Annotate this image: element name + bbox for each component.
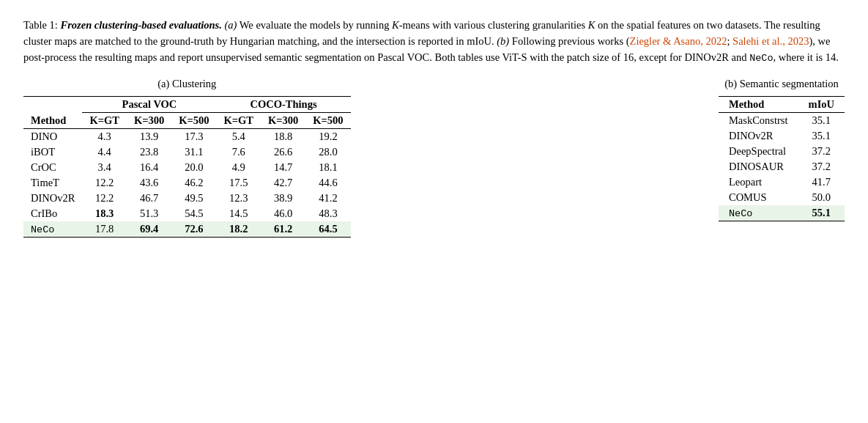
semseg-table-row: Leopart41.7 — [719, 174, 845, 190]
value-cell: 17.8 — [82, 221, 127, 238]
clustering-table-row: CrIBo18.351.354.514.546.048.3 — [23, 206, 351, 221]
ref1-link[interactable]: Ziegler & Asano, 2022 — [630, 35, 727, 47]
semseg-method-cell: COMUS — [719, 190, 798, 205]
value-cell: 18.8 — [261, 128, 305, 144]
value-cell: 18.1 — [305, 160, 350, 175]
col-header-row: Method K=GT K=300 K=500 K=GT K=300 K=500 — [23, 112, 351, 128]
value-cell: 4.9 — [217, 160, 261, 175]
semseg-table-row: COMUS50.0 — [719, 190, 845, 205]
ref2-link[interactable]: Salehi et al., 2023 — [732, 35, 809, 47]
clustering-table-row: iBOT4.423.831.17.626.628.0 — [23, 144, 351, 160]
semseg-table: Method mIoU MaskConstrst35.1DINOv2R35.1D… — [719, 96, 845, 221]
method-empty-header — [23, 96, 82, 112]
col-k500-2: K=500 — [305, 112, 350, 128]
value-cell: 14.7 — [261, 160, 305, 175]
col-kgt-2: K=GT — [217, 112, 261, 128]
clustering-table-row: NeCo17.869.472.618.261.264.5 — [23, 221, 351, 238]
value-cell: 42.7 — [261, 175, 305, 191]
caption-part-a-label: (a) — [225, 19, 237, 31]
value-cell: 64.5 — [305, 221, 350, 238]
value-cell: 43.6 — [127, 175, 171, 191]
value-cell: 26.6 — [261, 144, 305, 160]
method-cell: NeCo — [23, 221, 82, 238]
semseg-table-row: NeCo55.1 — [719, 205, 845, 221]
semseg-miou-cell: 35.1 — [798, 112, 845, 128]
clustering-table-row: DINO4.313.917.35.418.819.2 — [23, 128, 351, 144]
semseg-miou-cell: 35.1 — [798, 128, 845, 144]
semseg-method-cell: NeCo — [719, 205, 798, 221]
value-cell: 17.3 — [171, 128, 216, 144]
value-cell: 4.4 — [82, 144, 127, 160]
group-header-row: Pascal VOC COCO-Things — [23, 96, 351, 112]
value-cell: 5.4 — [217, 128, 261, 144]
semseg-header-row: Method mIoU — [719, 96, 845, 112]
semseg-sub-caption: (b) Semantic segmentation — [719, 78, 845, 90]
value-cell: 61.2 — [261, 221, 305, 238]
semseg-method-cell: DeepSpectral — [719, 144, 798, 159]
col-k300-2: K=300 — [261, 112, 305, 128]
caption: Table 1: Frozen clustering-based evaluat… — [23, 18, 845, 66]
table-title: Frozen clustering-based evaluations. — [61, 19, 222, 31]
tables-wrapper: (a) Clustering Pascal VOC COCO-Things Me… — [23, 78, 845, 238]
value-cell: 12.3 — [217, 191, 261, 206]
value-cell: 23.8 — [127, 144, 171, 160]
value-cell: 46.7 — [127, 191, 171, 206]
semseg-miou-cell: 37.2 — [798, 144, 845, 159]
col-k300-1: K=300 — [127, 112, 171, 128]
clustering-table-row: CrOC3.416.420.04.914.718.1 — [23, 160, 351, 175]
semseg-col-method: Method — [719, 96, 798, 112]
method-cell: TimeT — [23, 175, 82, 191]
value-cell: 44.6 — [305, 175, 350, 191]
semseg-miou-cell: 37.2 — [798, 159, 845, 174]
value-cell: 69.4 — [127, 221, 171, 238]
semseg-col-miou: mIoU — [798, 96, 845, 112]
semseg-table-row: DINOSAUR37.2 — [719, 159, 845, 174]
value-cell: 38.9 — [261, 191, 305, 206]
value-cell: 4.3 — [82, 128, 127, 144]
semseg-miou-cell: 50.0 — [798, 190, 845, 205]
semseg-table-row: DINOv2R35.1 — [719, 128, 845, 144]
value-cell: 12.2 — [82, 175, 127, 191]
clustering-table-row: TimeT12.243.646.217.542.744.6 — [23, 175, 351, 191]
value-cell: 13.9 — [127, 128, 171, 144]
semseg-miou-cell: 41.7 — [798, 174, 845, 190]
value-cell: 16.4 — [127, 160, 171, 175]
value-cell: 17.5 — [217, 175, 261, 191]
value-cell: 3.4 — [82, 160, 127, 175]
semseg-table-row: DeepSpectral37.2 — [719, 144, 845, 159]
value-cell: 49.5 — [171, 191, 216, 206]
clustering-table: Pascal VOC COCO-Things Method K=GT K=300… — [23, 96, 351, 238]
method-cell: DINOv2R — [23, 191, 82, 206]
value-cell: 41.2 — [305, 191, 350, 206]
value-cell: 12.2 — [82, 191, 127, 206]
semseg-table-row: MaskConstrst35.1 — [719, 112, 845, 128]
value-cell: 72.6 — [171, 221, 216, 238]
value-cell: 28.0 — [305, 144, 350, 160]
value-cell: 18.2 — [217, 221, 261, 238]
pascal-voc-header: Pascal VOC — [82, 96, 216, 112]
value-cell: 14.5 — [217, 206, 261, 221]
semseg-method-cell: MaskConstrst — [719, 112, 798, 128]
coco-things-header: COCO-Things — [217, 96, 351, 112]
semseg-method-cell: DINOSAUR — [719, 159, 798, 174]
col-method: Method — [23, 112, 82, 128]
semseg-section: (b) Semantic segmentation Method mIoU Ma… — [719, 78, 845, 221]
value-cell: 48.3 — [305, 206, 350, 221]
clustering-table-row: DINOv2R12.246.749.512.338.941.2 — [23, 191, 351, 206]
method-cell: CrOC — [23, 160, 82, 175]
col-kgt-1: K=GT — [82, 112, 127, 128]
method-cell: iBOT — [23, 144, 82, 160]
method-cell: DINO — [23, 128, 82, 144]
clustering-section: (a) Clustering Pascal VOC COCO-Things Me… — [23, 78, 351, 238]
value-cell: 19.2 — [305, 128, 350, 144]
table-num: Table 1: — [23, 19, 58, 31]
semseg-method-cell: DINOv2R — [719, 128, 798, 144]
clustering-sub-caption: (a) Clustering — [23, 78, 351, 90]
col-k500-1: K=500 — [171, 112, 216, 128]
value-cell: 46.0 — [261, 206, 305, 221]
value-cell: 18.3 — [82, 206, 127, 221]
value-cell: 46.2 — [171, 175, 216, 191]
method-cell: CrIBo — [23, 206, 82, 221]
semseg-miou-cell: 55.1 — [798, 205, 845, 221]
semseg-method-cell: Leopart — [719, 174, 798, 190]
